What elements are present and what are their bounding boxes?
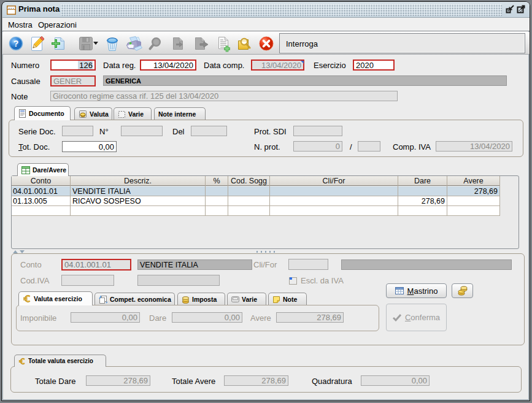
svg-text:?: ? (13, 39, 19, 48)
